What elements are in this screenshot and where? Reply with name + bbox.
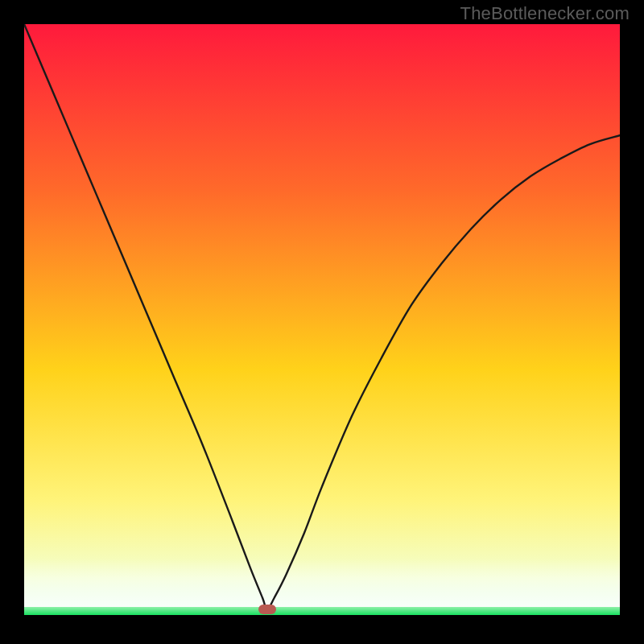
bottleneck-curve	[24, 24, 620, 620]
plot-area	[24, 24, 620, 620]
watermark-text: TheBottlenecker.com	[460, 3, 630, 24]
optimum-marker	[258, 605, 276, 614]
